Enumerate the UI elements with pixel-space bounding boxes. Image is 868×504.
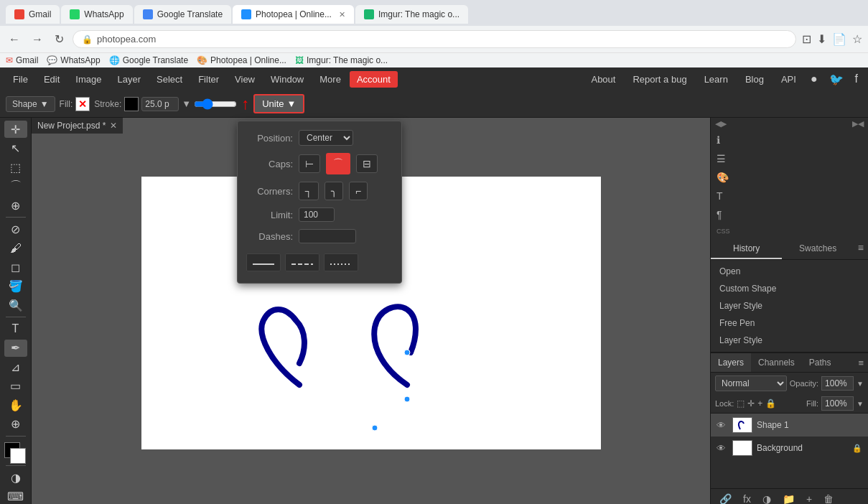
shape-button[interactable]: Shape ▼ xyxy=(6,96,55,112)
zoom-tool[interactable]: 🔍 xyxy=(4,297,27,314)
corner-bevel-button[interactable]: ⌐ xyxy=(349,182,368,200)
fill-input[interactable] xyxy=(821,396,854,411)
background-color[interactable] xyxy=(10,448,26,464)
menu-window[interactable]: Window xyxy=(263,71,311,88)
new-layer-button[interactable]: + xyxy=(803,492,815,505)
layer-visibility-shape1[interactable]: 👁 xyxy=(717,420,728,431)
menu-more[interactable]: More xyxy=(312,71,348,88)
history-item-1[interactable]: Custom Shape xyxy=(711,280,868,297)
new-tab-button[interactable]: 📄 xyxy=(832,32,846,46)
menu-image[interactable]: Image xyxy=(68,71,108,88)
fill-dropdown-icon[interactable]: ▼ xyxy=(857,400,864,408)
text-icon[interactable]: T xyxy=(711,187,868,205)
mask-tool[interactable]: ◑ xyxy=(4,469,27,486)
history-item-3[interactable]: Free Pen xyxy=(711,314,868,332)
dash-solid-button[interactable] xyxy=(246,253,281,271)
history-panel-menu[interactable]: ≡ xyxy=(854,239,868,259)
stroke-width-input[interactable] xyxy=(141,97,179,111)
bookmark-gmail[interactable]: ✉ Gmail xyxy=(6,55,38,65)
hand-tool[interactable]: ✋ xyxy=(4,396,27,414)
select-tool[interactable]: ↖ xyxy=(4,139,27,157)
lasso-tool[interactable]: ⌒ xyxy=(4,177,27,195)
twitter-icon[interactable]: 🐦 xyxy=(825,71,848,88)
cap-round-button[interactable]: ⌒ xyxy=(326,153,350,174)
info-icon[interactable]: ℹ xyxy=(711,131,868,149)
pen-tool[interactable]: ✒ xyxy=(4,340,27,357)
corner-round-button[interactable]: ╮ xyxy=(325,182,343,200)
fill-color-swatch[interactable]: ✕ xyxy=(75,97,90,111)
layer-visibility-bg[interactable]: 👁 xyxy=(717,443,728,454)
group-button[interactable]: 📁 xyxy=(780,492,798,505)
paragraph-icon[interactable]: ¶ xyxy=(711,206,868,223)
keyboard-tool[interactable]: ⌨ xyxy=(4,488,27,505)
brush-tool[interactable]: 🖌 xyxy=(4,240,27,257)
properties-icon[interactable]: ☰ xyxy=(711,150,868,167)
history-item-4[interactable]: Layer Style xyxy=(711,332,868,349)
zoom-tool-2[interactable]: ⊕ xyxy=(4,416,27,433)
layer-item-shape1[interactable]: 👁 Shape 1 xyxy=(711,414,868,437)
fill-tool[interactable]: 🪣 xyxy=(4,278,27,295)
dashes-input[interactable] xyxy=(299,229,356,243)
minimize-button[interactable]: ⊡ xyxy=(802,32,811,46)
back-button[interactable]: ← xyxy=(6,32,23,47)
cap-butt-button[interactable]: ⊢ xyxy=(299,154,320,173)
mask-button[interactable]: ◑ xyxy=(760,492,774,505)
document-close-button[interactable]: ✕ xyxy=(110,121,117,131)
position-select[interactable]: Center Inside Outside xyxy=(299,130,353,146)
fx-button[interactable]: fx xyxy=(740,492,754,505)
unite-dropdown[interactable]: Unite ▼ xyxy=(253,94,304,113)
menu-filter[interactable]: Filter xyxy=(191,71,226,88)
cap-square-button[interactable]: ⊟ xyxy=(356,154,378,173)
marquee-tool[interactable]: ⬚ xyxy=(4,159,27,176)
text-tool[interactable]: T xyxy=(4,320,27,337)
address-bar[interactable]: 🔒 photopea.com xyxy=(73,30,796,48)
tab-layers[interactable]: Layers xyxy=(711,353,751,372)
menu-edit[interactable]: Edit xyxy=(37,71,67,88)
menu-about[interactable]: About xyxy=(584,71,622,88)
menu-blog[interactable]: Blog xyxy=(738,71,771,88)
move-tool[interactable]: ✛ xyxy=(4,121,27,138)
link-layers-button[interactable]: 🔗 xyxy=(717,492,734,505)
lock-all-icon[interactable]: 🔒 xyxy=(765,398,776,409)
adjustments-icon[interactable]: 🎨 xyxy=(711,169,868,186)
tab-photopea[interactable]: Photopea | Online... ✕ xyxy=(233,5,354,24)
panel-collapse-icon[interactable]: ◀▶ xyxy=(715,119,727,129)
tab-whatsapp[interactable]: WhatsApp xyxy=(61,5,132,24)
limit-input[interactable] xyxy=(299,207,335,222)
delete-layer-button[interactable]: 🗑 xyxy=(821,492,836,505)
dash-dotted-button[interactable] xyxy=(324,253,358,271)
bookmark-imgur[interactable]: 🖼 Imgur: The magic o... xyxy=(295,55,388,65)
corner-miter-button[interactable]: ┐ xyxy=(299,182,319,200)
facebook-icon[interactable]: f xyxy=(851,71,862,87)
path-select-tool[interactable]: ⊿ xyxy=(4,358,27,375)
stroke-color-swatch[interactable] xyxy=(124,97,139,111)
menu-view[interactable]: View xyxy=(228,71,262,88)
tab-close-icon[interactable]: ✕ xyxy=(339,10,345,19)
eraser-tool[interactable]: ◻ xyxy=(4,258,27,276)
blend-mode-select[interactable]: Normal Multiply Screen xyxy=(715,375,787,391)
history-item-0[interactable]: Open xyxy=(711,263,868,280)
reddit-icon[interactable]: ● xyxy=(806,71,822,87)
menu-select[interactable]: Select xyxy=(149,71,190,88)
crop-tool[interactable]: ⊕ xyxy=(4,197,27,214)
lock-pixels-icon[interactable]: ⬚ xyxy=(737,398,745,409)
history-item-2[interactable]: Layer Style xyxy=(711,297,868,314)
tab-gtranslate[interactable]: Google Translate xyxy=(134,5,231,24)
tab-gmail[interactable]: Gmail xyxy=(6,5,60,24)
layer-item-bg[interactable]: 👁 Background 🔒 xyxy=(711,437,868,459)
lock-move-icon[interactable]: + xyxy=(757,398,762,409)
stroke-size-slider[interactable] xyxy=(194,98,237,110)
menu-report-bug[interactable]: Report a bug xyxy=(625,71,694,88)
reload-button[interactable]: ↻ xyxy=(52,31,67,47)
menu-file[interactable]: File xyxy=(6,71,35,88)
layers-panel-menu[interactable]: ≡ xyxy=(854,355,868,371)
panel-expand-icon[interactable]: ▶◀ xyxy=(852,119,864,129)
eyedropper-tool[interactable]: ⊘ xyxy=(4,220,27,238)
css-icon[interactable]: CSS xyxy=(711,225,868,238)
bookmark-button[interactable]: ☆ xyxy=(852,32,862,46)
menu-learn[interactable]: Learn xyxy=(697,71,735,88)
tab-swatches[interactable]: Swatches xyxy=(782,239,853,259)
bookmark-photopea[interactable]: 🎨 Photopea | Online... xyxy=(197,55,286,65)
menu-api[interactable]: API xyxy=(774,71,803,88)
opacity-dropdown-icon[interactable]: ▼ xyxy=(857,380,864,388)
